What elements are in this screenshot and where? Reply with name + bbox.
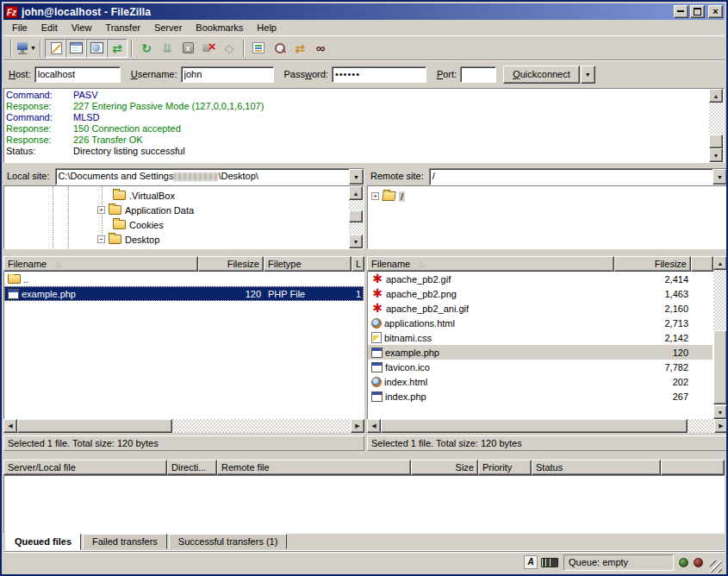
toggle-remote-tree-button[interactable] xyxy=(86,39,107,58)
local-list-hscrollbar[interactable]: ◀ ▶ xyxy=(3,419,364,433)
scroll-left-icon[interactable]: ◀ xyxy=(367,419,381,433)
scroll-right-icon[interactable]: ▶ xyxy=(714,419,728,433)
quickconnect-dropdown-button[interactable]: ▼ xyxy=(581,66,595,84)
queue-col-direction[interactable]: Directi... xyxy=(167,460,217,475)
tree-item-root[interactable]: + / xyxy=(371,189,405,203)
close-button[interactable]: × xyxy=(708,5,723,18)
remote-row-favicon-ico[interactable]: favicon.ico7,782 xyxy=(368,360,712,374)
filter-button[interactable] xyxy=(248,39,269,58)
toggle-queue-button[interactable]: ⇄ xyxy=(107,39,128,58)
tab-successful-transfers[interactable]: Successful transfers (1) xyxy=(169,534,288,549)
remote-path[interactable]: / xyxy=(430,169,712,185)
scrollbar-thumb[interactable] xyxy=(713,330,727,404)
toggle-local-tree-button[interactable] xyxy=(65,39,86,58)
tab-failed-transfers[interactable]: Failed transfers xyxy=(83,534,167,549)
scrollbar-thumb[interactable] xyxy=(709,135,723,148)
queue-col-status[interactable]: Status xyxy=(532,460,661,475)
local-selection-status: Selected 1 file. Total size: 120 bytes xyxy=(3,435,364,451)
remote-col-filesize[interactable]: Filesize xyxy=(614,256,691,272)
log-scrollbar[interactable]: ▲ ▼ xyxy=(709,89,724,162)
reconnect-button[interactable]: ◇ xyxy=(219,39,240,58)
toggle-log-button[interactable] xyxy=(45,39,65,58)
synchronized-browsing-button[interactable]: ⇄ xyxy=(289,39,310,58)
scrollbar-thumb[interactable] xyxy=(17,419,172,433)
scroll-down-icon[interactable]: ▼ xyxy=(709,148,723,162)
local-col-lastmodified[interactable]: L xyxy=(352,256,364,272)
data-type-icon[interactable]: A xyxy=(524,555,538,569)
site-manager-button[interactable]: ▼ xyxy=(16,39,36,58)
username-input[interactable] xyxy=(181,66,274,83)
tree-item-virtualbox[interactable]: .VirtualBox xyxy=(113,188,175,203)
tab-queued-files[interactable]: Queued files xyxy=(5,534,81,550)
queue-col-priority[interactable]: Priority xyxy=(478,460,532,475)
scroll-right-icon[interactable]: ▶ xyxy=(351,419,364,433)
queue-col-extra[interactable] xyxy=(661,460,725,475)
refresh-button[interactable]: ↻ xyxy=(136,39,157,58)
port-input[interactable] xyxy=(460,66,496,83)
password-input[interactable] xyxy=(332,66,426,83)
remote-row-apache-pb2-png[interactable]: ✱apache_pb2.png1,463 xyxy=(368,286,712,301)
expand-plus-icon[interactable]: + xyxy=(371,192,379,200)
chevron-down-icon[interactable]: ▼ xyxy=(349,169,364,185)
scroll-down-icon[interactable]: ▼ xyxy=(713,405,727,419)
remote-row-index-html[interactable]: index.html202 xyxy=(368,374,712,389)
remote-row-apache-pb2-ani-gif[interactable]: ✱apache_pb2_ani.gif2,160 xyxy=(368,301,712,316)
remote-site-combo[interactable]: / ▼ xyxy=(429,168,728,185)
scroll-left-icon[interactable]: ◀ xyxy=(3,419,17,433)
menu-edit[interactable]: Edit xyxy=(34,21,65,34)
local-col-filetype[interactable]: Filetype xyxy=(264,256,352,272)
cancel-button[interactable]: x xyxy=(177,39,198,58)
filter-icon xyxy=(252,42,264,53)
tree-item-application-data[interactable]: +Application Data xyxy=(97,203,194,217)
scrollbar-thumb[interactable] xyxy=(349,210,363,222)
scroll-up-icon[interactable]: ▲ xyxy=(709,89,723,103)
maximize-button[interactable] xyxy=(690,5,705,18)
disconnect-button[interactable] xyxy=(198,39,219,58)
encryption-icon[interactable] xyxy=(541,558,558,567)
scrollbar-thumb[interactable] xyxy=(381,419,688,433)
queue-col-server-local-file[interactable]: Server/Local file xyxy=(3,460,167,475)
tree-item-cookies[interactable]: Cookies xyxy=(113,217,164,232)
tree-item-desktop[interactable]: −Desktop xyxy=(97,232,159,247)
chevron-down-icon[interactable]: ▼ xyxy=(712,169,727,185)
host-input[interactable] xyxy=(34,66,121,83)
minimize-button[interactable] xyxy=(674,5,688,18)
scroll-up-icon[interactable]: ▲ xyxy=(349,186,363,200)
menu-bookmarks[interactable]: Bookmarks xyxy=(189,21,250,34)
remote-row-bitnami-css[interactable]: bitnami.css2,142 xyxy=(368,330,712,345)
menu-help[interactable]: Help xyxy=(250,21,283,34)
queue-col-remote-file[interactable]: Remote file xyxy=(217,460,411,475)
remote-list-hscrollbar[interactable]: ◀ ▶ xyxy=(367,419,728,433)
process-queue-button[interactable]: ⇊ xyxy=(157,39,177,58)
local-tree-scrollbar[interactable]: ▲ ▼ xyxy=(349,186,364,248)
menu-transfer[interactable]: Transfer xyxy=(98,21,147,34)
local-site-combo[interactable]: C:\Documents and Settings\Desktop\ ▼ xyxy=(55,168,364,185)
remote-col-filename[interactable]: Filename△ xyxy=(367,256,614,272)
remote-row-applications-html[interactable]: applications.html2,713 xyxy=(368,316,712,330)
scroll-down-icon[interactable]: ▼ xyxy=(349,235,363,248)
local-col-filesize[interactable]: Filesize xyxy=(198,256,264,272)
menu-server[interactable]: Server xyxy=(147,21,189,34)
local-col-filename[interactable]: Filename△ xyxy=(3,256,198,272)
collapse-minus-icon[interactable]: − xyxy=(97,235,105,243)
expand-plus-icon[interactable]: + xyxy=(97,206,105,214)
resize-grip[interactable] xyxy=(710,560,722,573)
remote-list-scrollbar[interactable]: ▲ ▼ xyxy=(713,256,728,419)
remote-row-example-php[interactable]: example.php120 xyxy=(368,345,712,360)
find-files-button[interactable]: ∞ xyxy=(310,39,331,58)
directory-comparison-button[interactable] xyxy=(269,39,289,58)
quickconnect-button[interactable]: Quickconnect xyxy=(503,66,580,84)
queue-list[interactable] xyxy=(3,475,725,534)
chevron-down-icon[interactable]: ▼ xyxy=(30,45,36,51)
local-row-example-php[interactable]: example.php 120 PHP File 1 xyxy=(4,286,364,301)
remote-row-apache-pb2-gif[interactable]: ✱apache_pb2.gif2,414 xyxy=(368,272,712,286)
scroll-up-icon[interactable]: ▲ xyxy=(713,256,727,270)
remote-row-index-php[interactable]: index.php267 xyxy=(368,389,712,404)
queue-col-size[interactable]: Size xyxy=(411,460,478,475)
title-bar[interactable]: Fz john@localhost - FileZilla × xyxy=(3,3,725,20)
local-path[interactable]: C:\Documents and Settings\Desktop\ xyxy=(56,169,349,185)
local-row-parent-dir[interactable]: .. xyxy=(4,272,364,286)
menu-file[interactable]: File xyxy=(5,21,34,34)
menu-view[interactable]: View xyxy=(65,21,99,34)
remote-col-extra[interactable] xyxy=(691,256,713,272)
